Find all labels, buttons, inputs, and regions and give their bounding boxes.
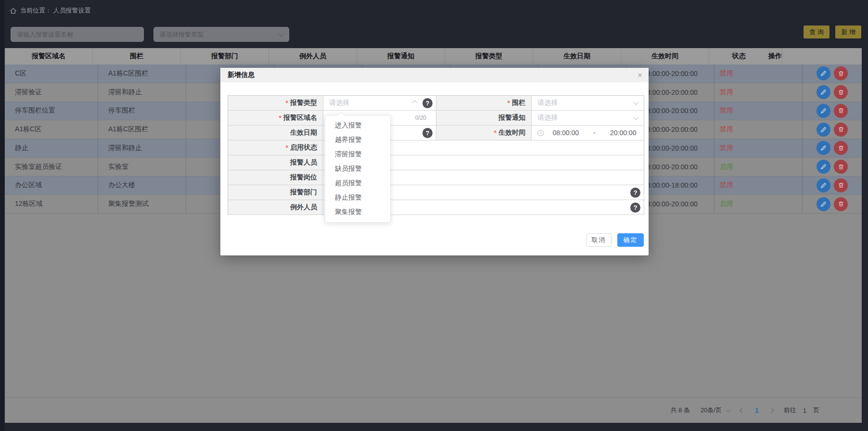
current-page[interactable]: 1: [755, 406, 759, 414]
dropdown-option[interactable]: 静止报警: [325, 190, 390, 205]
delete-button[interactable]: [834, 104, 848, 118]
modal-footer: 取消 确定: [586, 233, 644, 247]
help-icon[interactable]: ?: [422, 98, 433, 108]
chevron-left-icon: [740, 407, 745, 413]
table-header: 报警区域名围栏报警部门例外人员报警通知报警类型生效日期生效时间状态操作: [5, 48, 862, 64]
page-size-label: 20条/页: [701, 406, 722, 415]
edit-button[interactable]: [817, 104, 830, 118]
page-size-select[interactable]: 20条/页: [701, 406, 730, 415]
except-person-label: 例外人员: [228, 200, 323, 215]
cell-operations: [803, 102, 862, 121]
pencil-icon: [820, 89, 827, 96]
table-header-cell: 报警类型: [445, 48, 533, 64]
dropdown-option[interactable]: 进入报警: [325, 118, 390, 133]
cell-area: 静止: [5, 139, 98, 158]
edit-button[interactable]: [817, 160, 830, 174]
trash-icon: [838, 126, 844, 133]
alarm-notify-label: 报警通知: [436, 111, 532, 125]
form-row-area-notify: * 报警区域名 0/20 报警通知 请选择: [228, 111, 644, 126]
dropdown-option[interactable]: 滞留报警: [325, 147, 390, 162]
alarm-type-select[interactable]: 请选择: [323, 96, 422, 110]
delete-button[interactable]: [834, 66, 848, 80]
dropdown-option[interactable]: 缺员报警: [325, 162, 390, 176]
goto-page-input[interactable]: 1: [803, 407, 806, 414]
table-header-cell: 报警区域名: [5, 48, 93, 64]
cell-area: 停车围栏位置: [5, 102, 98, 121]
form-row-dept: 报警部门 ?: [228, 185, 644, 200]
modal-header: 新增信息: [220, 68, 649, 82]
table-header-cell: 例外人员: [269, 48, 357, 64]
cancel-button[interactable]: 取消: [586, 233, 612, 247]
delete-button[interactable]: [834, 160, 848, 174]
alarm-notify-field: 请选择: [532, 111, 644, 125]
prev-page-button[interactable]: [740, 408, 744, 412]
pencil-icon: [820, 201, 827, 208]
help-icon[interactable]: ?: [630, 203, 640, 213]
edit-button[interactable]: [817, 178, 830, 192]
effective-time-range-picker[interactable]: 08:00:00 - 20:00:00: [532, 126, 644, 140]
cell-area: 滞留验证: [5, 83, 98, 102]
delete-button[interactable]: [834, 85, 848, 99]
fence-select[interactable]: 请选择: [532, 96, 644, 110]
time-separator: -: [587, 129, 603, 137]
delete-button[interactable]: [834, 141, 848, 155]
fence-field: 请选择: [532, 96, 644, 110]
modal-title: 新增信息: [228, 71, 255, 79]
add-button[interactable]: 新增: [835, 25, 861, 38]
add-info-modal: 新增信息 ✕ * 报警类型 请选择 ? * 围栏: [220, 68, 649, 255]
effective-date-label: 生效日期: [228, 126, 323, 140]
dropdown-option[interactable]: 聚集报警: [325, 205, 390, 219]
edit-button[interactable]: [817, 85, 830, 99]
end-time[interactable]: 20:00:00: [602, 129, 644, 137]
query-button[interactable]: 查询: [804, 25, 830, 38]
next-page-button[interactable]: [769, 408, 773, 412]
start-time[interactable]: 08:00:00: [545, 129, 587, 137]
help-icon[interactable]: ?: [630, 188, 640, 198]
edit-button[interactable]: [817, 197, 830, 211]
cell-fence: 滞留和静止: [98, 139, 186, 158]
pencil-icon: [820, 163, 827, 170]
help-icon[interactable]: ?: [422, 128, 433, 138]
alarm-type-field: 请选择 ?: [323, 96, 436, 110]
status-badge: 禁用: [715, 120, 803, 139]
alarm-type-filter-select[interactable]: 请选择报警类型: [153, 27, 289, 42]
trash-icon: [838, 164, 844, 170]
close-icon[interactable]: ✕: [636, 71, 644, 80]
delete-button[interactable]: [834, 197, 848, 211]
cell-fence: A1栋C区围栏: [98, 120, 186, 139]
status-badge: 启用: [715, 158, 803, 177]
dropdown-option[interactable]: 越界报警: [325, 133, 390, 147]
status-badge: 禁用: [715, 83, 803, 102]
edit-button[interactable]: [817, 123, 830, 137]
form-row-status: * 启用状态: [228, 140, 644, 155]
pencil-icon: [820, 107, 827, 114]
chevron-right-icon: [768, 407, 774, 413]
table-header-cell: 生效时间: [621, 48, 709, 64]
cell-fence: 实验室: [98, 158, 186, 177]
edit-button[interactable]: [817, 141, 830, 155]
dropdown-option[interactable]: 超员报警: [325, 176, 390, 190]
delete-button[interactable]: [834, 123, 848, 137]
alarm-name-input[interactable]: 请输入报警设置名称: [11, 27, 144, 42]
trash-icon: [838, 201, 844, 207]
alarm-type-filter-placeholder: 请选择报警类型: [160, 30, 204, 39]
edit-button[interactable]: [817, 66, 830, 80]
fence-label: * 围栏: [436, 96, 532, 110]
form-row-post: 报警岗位: [228, 170, 644, 185]
confirm-button[interactable]: 确定: [617, 233, 644, 247]
cell-fence: 滞留和静止: [98, 83, 186, 102]
table-header-cell: 操作: [768, 48, 782, 64]
alarm-type-label: * 报警类型: [228, 96, 323, 110]
alarm-notify-select[interactable]: 请选择: [532, 111, 644, 125]
table-header-cell: 报警部门: [181, 48, 269, 64]
cell-operations: [803, 177, 862, 195]
cell-area: 12栋区域: [5, 195, 98, 214]
cell-area: 办公区域: [5, 177, 98, 195]
delete-button[interactable]: [834, 178, 848, 192]
chevron-down-icon: [633, 114, 638, 120]
alarm-name-placeholder: 请输入报警设置名称: [17, 30, 73, 39]
alarm-post-label: 报警岗位: [228, 170, 323, 185]
add-info-form: * 报警类型 请选择 ? * 围栏 请选择: [228, 95, 644, 215]
cell-operations: [803, 64, 862, 83]
trash-icon: [838, 107, 844, 114]
